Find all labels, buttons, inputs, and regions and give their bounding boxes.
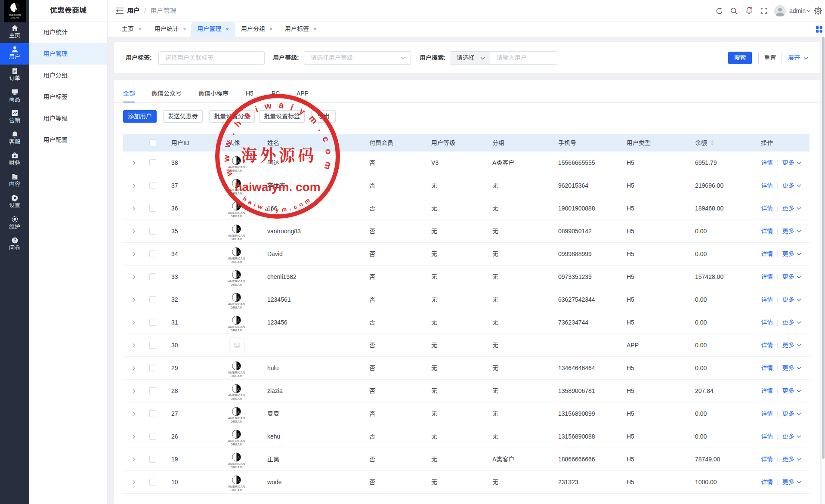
svg-text:DREAM: DREAM [231,283,242,287]
svg-text:A: A [237,296,240,300]
svg-text:A: A [237,364,240,369]
svg-text:A: A [237,455,240,460]
svg-text:DREAM: DREAM [231,374,242,378]
svg-text:A: A [237,433,240,437]
svg-text:DREAM: DREAM [231,465,242,469]
svg-text:A: A [237,387,240,392]
svg-text:DREAM: DREAM [10,17,19,19]
svg-text:DREAM: DREAM [231,306,242,309]
svg-text:DREAM: DREAM [231,237,242,241]
svg-text:DREAM: DREAM [231,260,242,264]
svg-text:A: A [237,318,240,323]
svg-text:DREAM: DREAM [231,328,242,332]
svg-text:A: A [237,273,240,278]
svg-text:A: A [237,478,240,483]
svg-text:haiwaiym. com: haiwaiym. com [235,180,320,194]
svg-text:A: A [237,250,240,255]
svg-text:DREAM: DREAM [231,420,242,424]
svg-text:AMERICAN: AMERICAN [9,14,21,16]
svg-text:A: A [237,410,240,414]
svg-text:A: A [237,227,240,232]
svg-text:DREAM: DREAM [231,442,242,446]
svg-text:海外源码: 海外源码 [241,142,317,166]
svg-text:DREAM: DREAM [231,397,242,401]
svg-text:DREAM: DREAM [231,488,242,492]
